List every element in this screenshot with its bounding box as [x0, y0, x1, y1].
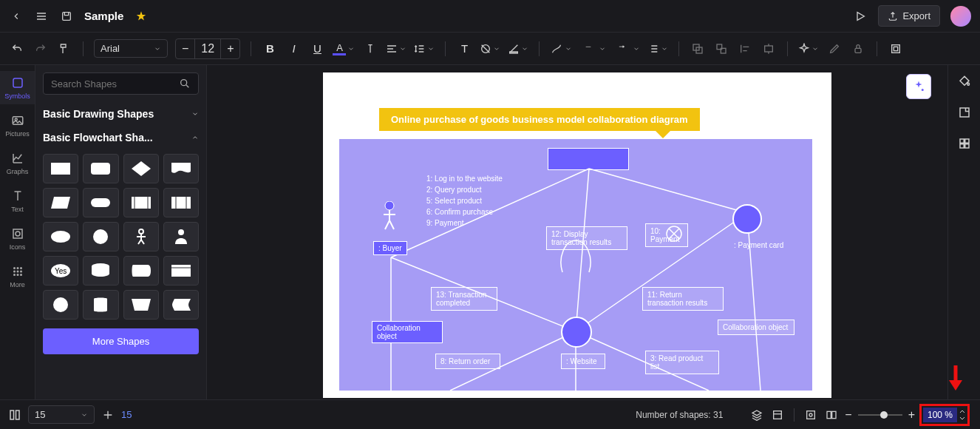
shape-parallelogram[interactable]	[43, 188, 78, 217]
italic-button[interactable]: I	[285, 41, 302, 57]
display-trans-box[interactable]: 12: Display transaction results	[546, 226, 627, 250]
buyer-actor[interactable]	[381, 201, 398, 232]
shape-rectangle[interactable]	[43, 154, 78, 183]
shape-card[interactable]	[163, 256, 199, 286]
text-vertical-button[interactable]	[362, 41, 378, 57]
shape-manual-op[interactable]	[123, 290, 159, 320]
zoom-stepper-icon[interactable]	[959, 408, 966, 422]
font-color-button[interactable]: A	[333, 42, 355, 55]
font-size-dec[interactable]: −	[176, 39, 194, 58]
grid-view-icon[interactable]	[957, 136, 972, 151]
font-size-inc[interactable]: +	[221, 39, 239, 58]
font-family-select[interactable]: Arial	[94, 39, 168, 58]
fill-color-button[interactable]	[480, 43, 500, 55]
font-size-stepper[interactable]: − 12 +	[175, 38, 240, 59]
center-node[interactable]	[561, 317, 592, 348]
export-button[interactable]: Export	[878, 5, 940, 27]
rail-text[interactable]: Text	[0, 184, 35, 217]
shape-terminator[interactable]	[83, 188, 118, 217]
undo-button[interactable]	[9, 41, 25, 57]
read-product-box[interactable]: 3: Read product list	[645, 351, 719, 374]
text-tool-button[interactable]: T	[456, 41, 472, 57]
zoom-out-button[interactable]: −	[845, 408, 851, 422]
format-painter-button[interactable]	[56, 41, 72, 57]
payment10-box[interactable]: 10: Payment	[645, 223, 688, 247]
font-size-value[interactable]: 12	[194, 39, 221, 58]
search-shapes[interactable]	[43, 72, 199, 95]
fill-tool-icon[interactable]	[957, 74, 972, 89]
ungroup-button[interactable]	[713, 41, 729, 57]
shape-circle-fill[interactable]	[83, 222, 118, 251]
page-layout-icon[interactable]	[7, 408, 22, 422]
fit-screen-icon[interactable]	[803, 408, 818, 422]
search-input[interactable]	[51, 78, 179, 89]
collab-obj-left[interactable]: Collaboration object	[372, 321, 443, 343]
user-avatar[interactable]	[950, 6, 971, 27]
shape-database[interactable]	[83, 256, 118, 286]
shape-cylinder[interactable]	[83, 290, 118, 320]
underline-button[interactable]: U	[309, 41, 325, 57]
pages-view-icon[interactable]	[824, 408, 839, 422]
page-label[interactable]: 15	[121, 409, 132, 420]
rail-graphs[interactable]: Graphs	[0, 146, 35, 180]
layers-icon[interactable]	[749, 408, 764, 422]
effects-button[interactable]	[798, 43, 819, 55]
shape-predefined[interactable]	[123, 188, 159, 217]
trans-complete-box[interactable]: 13: Transaction completed	[431, 287, 497, 311]
shape-person[interactable]	[163, 222, 199, 251]
align-button[interactable]	[386, 43, 406, 55]
shape-diamond[interactable]	[123, 154, 159, 183]
star-icon[interactable]	[134, 9, 149, 24]
line-color-button[interactable]	[508, 43, 528, 55]
category-basic-flowchart[interactable]: Basic Flowchart Sha...	[43, 126, 199, 149]
rail-more[interactable]: More	[0, 260, 35, 293]
shape-rounded-rect[interactable]	[83, 154, 118, 183]
lock-button[interactable]	[850, 41, 866, 57]
rail-pictures[interactable]: Pictures	[0, 109, 35, 142]
shape-actor[interactable]	[123, 222, 159, 251]
buyer-label[interactable]: : Buyer	[373, 241, 407, 255]
rail-icons[interactable]: Icons	[0, 222, 35, 255]
export-panel-icon[interactable]	[957, 105, 972, 120]
shape-stored-data[interactable]	[163, 290, 199, 320]
rail-symbols[interactable]: Symbols	[0, 71, 35, 104]
menu-icon[interactable]	[34, 9, 49, 24]
zoom-slider[interactable]	[858, 414, 902, 416]
distribute-button[interactable]	[760, 41, 777, 57]
payment-card-node[interactable]	[732, 204, 762, 234]
add-page-button[interactable]	[101, 408, 115, 422]
collab-obj-right[interactable]: Collaboration object	[718, 320, 794, 335]
edit-shape-button[interactable]	[826, 41, 843, 57]
redo-button[interactable]	[33, 41, 49, 57]
more-shapes-button[interactable]: More Shapes	[43, 328, 199, 354]
play-icon[interactable]	[853, 9, 868, 24]
ai-assist-button[interactable]	[906, 74, 931, 99]
return-order-box[interactable]: 8: Return order	[435, 354, 500, 369]
connector-button[interactable]	[550, 43, 572, 55]
shape-ellipse[interactable]	[43, 222, 78, 251]
shape-internal-storage[interactable]	[163, 188, 199, 217]
shape-document[interactable]	[163, 154, 199, 183]
line-style-button[interactable]	[579, 45, 606, 53]
shape-display[interactable]	[123, 256, 159, 286]
back-button[interactable]	[9, 9, 24, 24]
return-trans-box[interactable]: 11: Return transaction results	[642, 287, 724, 311]
website-box[interactable]: : Website	[561, 354, 605, 369]
container-button[interactable]	[888, 41, 904, 57]
shape-circle[interactable]	[43, 290, 78, 320]
category-basic-drawing[interactable]: Basic Drawing Shapes	[43, 102, 199, 126]
shape-decision-yes[interactable]: Yes	[43, 256, 78, 286]
group-button[interactable]	[690, 41, 706, 57]
save-icon[interactable]	[59, 9, 74, 24]
zoom-value[interactable]: 100 %	[923, 408, 957, 422]
canvas[interactable]: Online purchase of goods business model …	[323, 72, 831, 398]
page-select[interactable]: 15	[28, 405, 95, 424]
line-height-button[interactable]	[414, 43, 435, 55]
align-shapes-button[interactable]	[737, 41, 753, 57]
arrow-style-button[interactable]	[613, 45, 640, 53]
bold-button[interactable]: B	[262, 41, 278, 57]
zoom-value-box[interactable]: 100 %	[919, 404, 970, 426]
zoom-in-button[interactable]: +	[908, 408, 915, 422]
outline-icon[interactable]	[770, 408, 785, 422]
list-button[interactable]	[647, 43, 668, 55]
